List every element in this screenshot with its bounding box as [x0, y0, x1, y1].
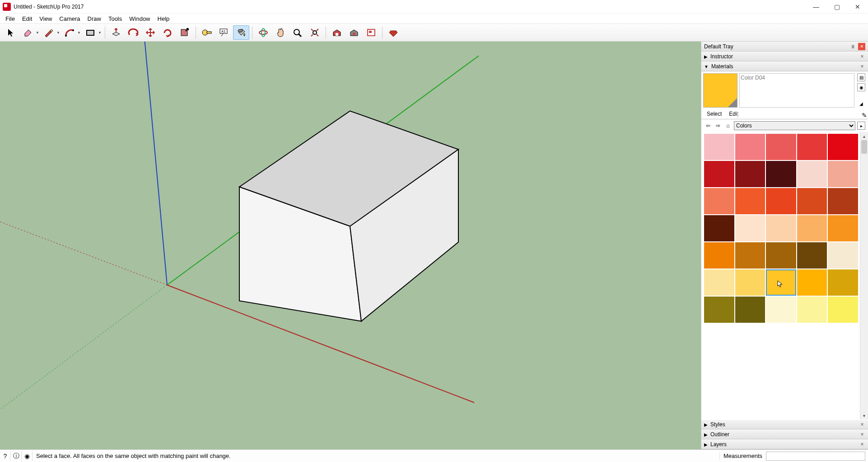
- tab-select[interactable]: Select: [703, 110, 725, 119]
- color-swatch[interactable]: [766, 297, 796, 323]
- nav-back-button[interactable]: ⇦: [704, 122, 712, 130]
- geolocation-icon[interactable]: ◉: [22, 451, 33, 461]
- color-swatch[interactable]: [797, 242, 827, 269]
- color-swatch[interactable]: [735, 188, 765, 214]
- color-swatch[interactable]: [766, 188, 796, 214]
- color-swatch[interactable]: [797, 215, 827, 241]
- color-swatch[interactable]: [828, 297, 858, 323]
- tape-tool[interactable]: [199, 25, 215, 40]
- color-swatch[interactable]: [704, 297, 734, 323]
- tab-edit[interactable]: Edit: [725, 110, 742, 119]
- orbit-tool[interactable]: [255, 25, 271, 40]
- color-swatch[interactable]: [828, 161, 858, 187]
- panel-close-button[interactable]: ×: [859, 53, 865, 60]
- details-menu-button[interactable]: ▸: [857, 122, 865, 130]
- shapes-tool-dropdown[interactable]: ▼: [98, 31, 102, 35]
- panel-close-button[interactable]: ×: [859, 421, 865, 428]
- menu-view[interactable]: View: [36, 14, 56, 23]
- panel-close-button[interactable]: ×: [859, 63, 865, 70]
- menu-edit[interactable]: Edit: [19, 14, 36, 23]
- menu-file[interactable]: File: [2, 14, 19, 23]
- color-swatch[interactable]: [735, 242, 765, 269]
- tray-header[interactable]: Default Tray ⏸ ✕: [701, 42, 868, 52]
- help-icon[interactable]: ?: [0, 451, 11, 461]
- shapes-tool[interactable]: [82, 25, 98, 40]
- material-library-select[interactable]: Colors: [734, 121, 855, 130]
- color-swatch[interactable]: [766, 242, 796, 269]
- color-swatch[interactable]: [704, 161, 734, 187]
- scroll-thumb[interactable]: [861, 140, 867, 154]
- panel-instructor-header[interactable]: ▶ Instructor ×: [701, 52, 868, 61]
- color-swatch[interactable]: [797, 134, 827, 160]
- zoom-extents-tool[interactable]: [307, 25, 323, 40]
- color-swatch[interactable]: [704, 134, 734, 160]
- person-icon[interactable]: ⓘ: [11, 451, 22, 461]
- scroll-down-button[interactable]: ▾: [860, 411, 868, 420]
- panel-outliner-header[interactable]: ▶ Outliner ×: [701, 429, 868, 439]
- text-tool[interactable]: A1: [216, 25, 232, 40]
- eraser-tool-dropdown[interactable]: ▼: [35, 31, 40, 35]
- panel-close-button[interactable]: ×: [859, 431, 865, 438]
- color-swatch[interactable]: [828, 134, 858, 160]
- color-swatch[interactable]: [704, 242, 734, 269]
- lines-tool[interactable]: [41, 25, 57, 40]
- color-swatch[interactable]: [704, 215, 734, 241]
- material-name-input[interactable]: [741, 75, 853, 81]
- color-swatch[interactable]: [828, 242, 858, 269]
- pin-icon[interactable]: ⏸: [849, 44, 856, 49]
- nav-forward-button[interactable]: ⇨: [714, 122, 722, 130]
- menu-camera[interactable]: Camera: [56, 14, 84, 23]
- paint-bucket-tool[interactable]: [233, 25, 249, 40]
- tray-close-button[interactable]: ✕: [858, 43, 865, 50]
- menu-draw[interactable]: Draw: [84, 14, 105, 23]
- select-tool[interactable]: [3, 25, 19, 40]
- color-swatch[interactable]: [797, 269, 827, 296]
- maximize-button[interactable]: ▢: [826, 0, 847, 14]
- warehouse-tool[interactable]: [329, 25, 345, 40]
- color-swatch[interactable]: [735, 297, 765, 323]
- create-material-button[interactable]: ◉: [857, 83, 865, 91]
- color-swatch[interactable]: [766, 134, 796, 160]
- color-swatch[interactable]: [766, 269, 796, 296]
- panel-close-button[interactable]: ×: [859, 441, 865, 448]
- color-swatch[interactable]: [766, 161, 796, 187]
- color-swatch[interactable]: [735, 269, 765, 296]
- close-window-button[interactable]: ✕: [847, 0, 868, 14]
- arcs-tool[interactable]: [61, 25, 78, 40]
- panel-materials-header[interactable]: ▼ Materials ×: [701, 61, 868, 71]
- panel-layers-header[interactable]: ▶ Layers ×: [701, 439, 868, 449]
- lines-tool-dropdown[interactable]: ▼: [56, 31, 61, 35]
- color-swatch[interactable]: [735, 215, 765, 241]
- color-swatch[interactable]: [797, 188, 827, 214]
- color-swatch[interactable]: [828, 188, 858, 214]
- rotate-tool[interactable]: [159, 25, 176, 40]
- eyedropper-icon[interactable]: ✎: [858, 111, 866, 119]
- color-swatch[interactable]: [704, 188, 734, 214]
- arcs-tool-dropdown[interactable]: ▼: [77, 31, 81, 35]
- extension-warehouse-tool[interactable]: [346, 25, 362, 40]
- color-swatch[interactable]: [735, 161, 765, 187]
- offset-tool[interactable]: [125, 25, 141, 40]
- color-swatch[interactable]: [797, 161, 827, 187]
- display-secondary-pane-button[interactable]: ▤: [857, 73, 865, 81]
- pushpull-tool[interactable]: [108, 25, 124, 40]
- color-swatch[interactable]: [735, 134, 765, 160]
- measurements-input[interactable]: [766, 452, 865, 461]
- eraser-tool[interactable]: [20, 25, 36, 40]
- nav-home-button[interactable]: ⌂: [724, 122, 732, 130]
- material-preview-swatch[interactable]: [703, 73, 737, 108]
- scale-tool[interactable]: [177, 25, 193, 40]
- scroll-up-button[interactable]: ▴: [860, 132, 868, 140]
- menu-tools[interactable]: Tools: [105, 14, 126, 23]
- menu-window[interactable]: Window: [126, 14, 154, 23]
- panel-styles-header[interactable]: ▶ Styles ×: [701, 420, 868, 429]
- color-swatch[interactable]: [766, 215, 796, 241]
- zoom-tool[interactable]: [289, 25, 306, 40]
- color-swatch[interactable]: [704, 269, 734, 296]
- swatch-scrollbar[interactable]: ▴ ▾: [860, 132, 868, 420]
- move-tool[interactable]: [142, 25, 159, 40]
- viewport-3d[interactable]: [0, 42, 701, 449]
- pan-tool[interactable]: [272, 25, 289, 40]
- color-swatch[interactable]: [828, 269, 858, 296]
- color-swatch[interactable]: [797, 297, 827, 323]
